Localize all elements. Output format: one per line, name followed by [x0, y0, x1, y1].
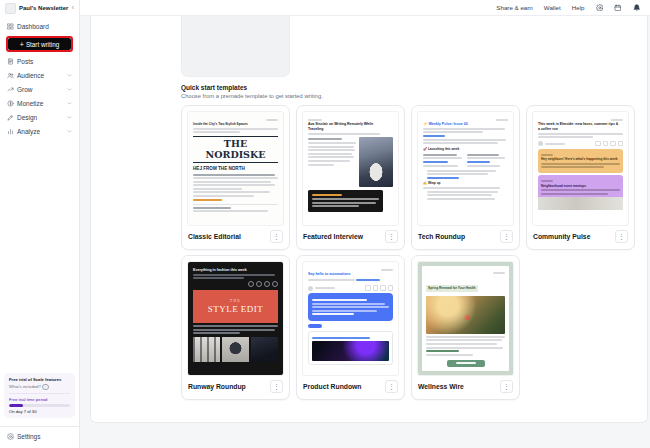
workspace-name: Paul's Newsletter — [19, 5, 68, 11]
template-card-tech-roundup[interactable]: ⚡ Weekly Pulse: Issue 02 🚀 Launching thi… — [411, 105, 520, 250]
sidebar-item-monetize[interactable]: Monetize — [4, 97, 75, 110]
template-preview: Say hello to automations — [303, 262, 398, 375]
template-menu-button[interactable] — [500, 380, 513, 393]
template-menu-button[interactable] — [385, 230, 398, 243]
template-menu-button[interactable] — [270, 230, 283, 243]
sidebar-item-posts[interactable]: Posts — [4, 55, 75, 68]
trial-whats-included-link[interactable]: What's included? — [9, 384, 70, 391]
wellness-photo — [426, 296, 505, 334]
templates-section: Quick start templates Choose from a prem… — [181, 16, 635, 408]
template-menu-button[interactable] — [270, 380, 283, 393]
avatar — [308, 286, 313, 291]
preview-headline: Say hello to automations — [308, 272, 393, 276]
preview-headline: Ava Sinclair on Writing Remotely While T… — [308, 122, 386, 131]
chevron-down-icon — [67, 115, 72, 120]
preview-headline: Everything in fashion this week — [193, 268, 278, 272]
sidebar-collapse-button[interactable] — [71, 4, 74, 12]
template-name: Product Rundown — [303, 383, 362, 390]
sidebar-item-analyze[interactable]: Analyze — [4, 125, 75, 138]
author-row — [538, 141, 623, 147]
template-card-featured-interview[interactable]: Ava Sinclair on Writing Remotely While T… — [296, 105, 405, 250]
template-preview: ⚡ Weekly Pulse: Issue 02 🚀 Launching thi… — [418, 112, 513, 225]
bar-chart-icon — [7, 128, 14, 135]
trial-card: Free trial of Scale features What's incl… — [4, 373, 75, 418]
template-preview: This week in Elmside: new faces, summer … — [533, 112, 628, 225]
community-photo — [538, 197, 623, 210]
fashion-photo-strip — [193, 337, 278, 362]
events-block: Neighborhood event meetups — [538, 175, 623, 209]
sidebar-item-audience[interactable]: Audience — [4, 69, 75, 82]
calendar-icon[interactable] — [614, 4, 622, 12]
workspace-logo — [5, 3, 16, 14]
template-card-product-rundown[interactable]: Say hello to automations — [296, 255, 405, 400]
paintbrush-icon — [7, 114, 14, 121]
trending-up-icon — [7, 86, 14, 93]
preview-section-heading: ✍️ Wrap up — [423, 181, 508, 185]
template-name: Tech Roundup — [418, 233, 465, 240]
section-subtitle: Choose from a premade template to get st… — [181, 93, 635, 99]
template-preview: Spring Renewal for Your Health — [418, 262, 513, 375]
cta-badge — [308, 324, 322, 329]
preview-headline: This week in Elmside: new faces, summer … — [538, 122, 619, 131]
sidebar-item-dashboard[interactable]: Dashboard — [4, 20, 75, 33]
page-canvas: Quick start templates Choose from a prem… — [90, 16, 648, 423]
workspace-switcher[interactable]: Paul's Newsletter — [0, 0, 79, 16]
avatar — [538, 141, 543, 146]
info-icon — [42, 384, 49, 391]
template-menu-button[interactable] — [615, 230, 628, 243]
chevron-down-icon — [67, 73, 72, 78]
main-area: Quick start templates Choose from a prem… — [80, 16, 650, 448]
sidebar: Paul's Newsletter Dashboard Start writin… — [0, 0, 80, 448]
template-card-runway-roundup[interactable]: Everything in fashion this week THE STYL… — [181, 255, 290, 400]
sidebar-footer: Settings — [0, 426, 79, 448]
share-earn-link[interactable]: Share & earn — [496, 4, 532, 11]
trial-progress-text: On day 7 of 30 — [9, 409, 70, 414]
section-title: Quick start templates — [181, 84, 635, 91]
trial-whats-included-label: What's included? — [9, 384, 41, 389]
gear-icon — [7, 433, 14, 440]
sidebar-item-label: Settings — [17, 433, 41, 440]
template-card-wellness-wire[interactable]: Spring Renewal for Your Health Wellness … — [411, 255, 520, 400]
block-title: Neighborhood event meetups — [541, 184, 620, 188]
announcement-block: Hey neighbors! Here's what's happening t… — [538, 149, 623, 173]
sidebar-item-label: Posts — [17, 58, 33, 65]
masthead-top: THE — [230, 299, 241, 303]
feature-callout-block — [308, 293, 393, 321]
sidebar-item-design[interactable]: Design — [4, 111, 75, 124]
sidebar-item-settings[interactable]: Settings — [4, 430, 75, 443]
scratch-card-cutoff[interactable] — [181, 16, 290, 77]
bell-icon[interactable] — [633, 4, 641, 12]
wallet-link[interactable]: Wallet — [544, 4, 561, 11]
template-menu-button[interactable] — [500, 230, 513, 243]
subscribe-button[interactable] — [447, 360, 485, 367]
template-menu-button[interactable] — [385, 380, 398, 393]
template-name: Featured Interview — [303, 233, 363, 240]
template-card-classic-editorial[interactable]: Inside the City's Two Stylish Spaces THE… — [181, 105, 290, 250]
sidebar-item-label: Grow — [17, 86, 33, 93]
sidebar-item-grow[interactable]: Grow — [4, 83, 75, 96]
trial-progress-bar — [9, 404, 70, 407]
sidebar-item-label: Design — [17, 114, 37, 121]
help-link[interactable]: Help — [572, 4, 585, 11]
start-writing-button[interactable]: Start writing — [8, 38, 71, 50]
media-card — [308, 331, 393, 365]
divider — [9, 393, 70, 394]
dollar-icon — [7, 100, 14, 107]
sidebar-nav: Dashboard Start writing Posts Audience G… — [0, 16, 79, 139]
chevron-down-icon — [67, 129, 72, 134]
preview-headline: Spring Renewal for Your Health — [426, 285, 478, 292]
dashboard-icon — [7, 23, 14, 30]
style-edit-banner: THE STYLE EDIT — [193, 290, 278, 323]
block-title: Hey neighbors! Here's what's happening t… — [541, 157, 620, 161]
template-card-community-pulse[interactable]: This week in Elmside: new faces, summer … — [526, 105, 635, 250]
gear-icon[interactable] — [596, 4, 604, 12]
template-name: Community Pulse — [533, 233, 590, 240]
preview-section-heading: 🚀 Launching this week — [423, 147, 508, 151]
people-icon — [7, 72, 14, 79]
template-grid: Inside the City's Two Stylish Spaces THE… — [181, 105, 635, 408]
newsletter-masthead: STYLE EDIT — [208, 304, 264, 314]
preview-headline: ⚡ Weekly Pulse: Issue 02 — [423, 122, 508, 126]
preview-section-heading: HEJ FROM THE NORTH — [193, 166, 246, 171]
preview-headline: Inside the City's Two Stylish Spaces — [193, 122, 278, 126]
trial-period-label: Free trial time period — [9, 397, 70, 402]
